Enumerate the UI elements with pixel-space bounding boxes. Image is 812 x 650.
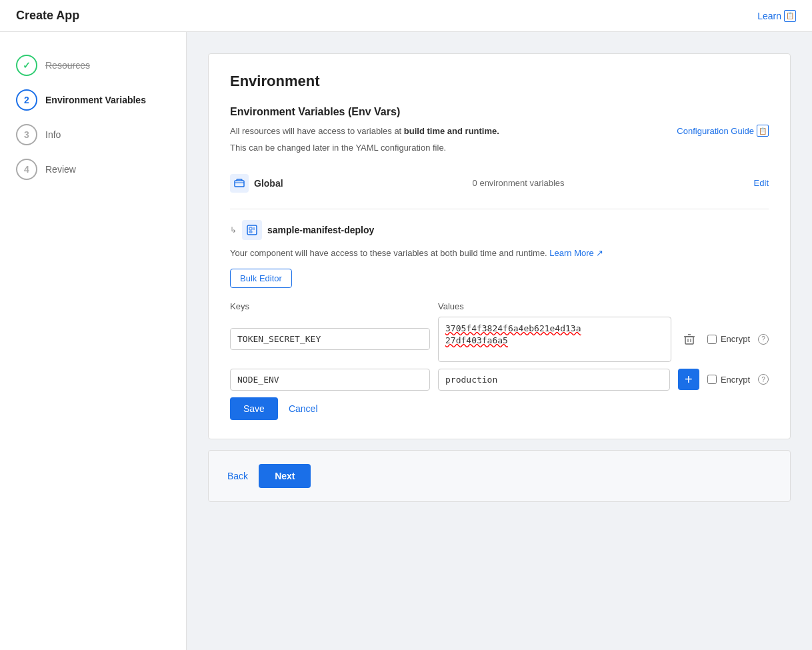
config-guide-label: Configuration Guide [677,126,754,136]
next-button[interactable]: Next [259,464,311,488]
sidebar: ✓ Resources 2 Environment Variables 3 In… [0,32,187,650]
value-input-2[interactable] [438,369,670,391]
config-guide-link[interactable]: Configuration Guide 📋 [677,125,769,137]
edit-link[interactable]: Edit [754,178,769,188]
arrow-icon: ↳ [230,225,237,235]
learn-more-link[interactable]: Learn More ↗ [549,248,603,258]
learn-label: Learn [757,11,781,21]
component-name: sample-manifest-deploy [267,225,374,235]
env-vars-count: 0 environment variables [473,178,565,188]
encrypt-checkbox-2[interactable] [707,375,717,384]
step-2-label: Environment Variables [45,95,146,105]
global-label: Global [230,174,283,193]
svg-rect-3 [249,227,252,230]
bulk-editor-button[interactable]: Bulk Editor [230,269,292,288]
app-header: Create App Learn 📋 [0,0,812,32]
step-1-circle: ✓ [16,55,37,76]
navigation-card: Back Next [208,450,791,502]
environment-card: Environment Environment Variables (Env V… [208,53,791,439]
section-divider [230,209,769,209]
description-line2: This can be changed later in the YAML co… [230,141,499,155]
svg-rect-4 [249,231,252,233]
step-4-label: Review [45,164,76,175]
learn-icon: 📋 [784,10,796,22]
add-row-button[interactable]: + [678,369,699,390]
help-icon-1[interactable]: ? [758,334,769,345]
global-icon [230,174,249,193]
encrypt-checkbox-1[interactable] [707,335,717,344]
app-title: Create App [16,9,79,23]
description-line1: All resources will have access to variab… [230,125,499,139]
learn-link[interactable]: Learn 📋 [757,10,796,22]
step-4[interactable]: 4 Review [0,152,186,187]
step-3-circle: 3 [16,124,37,145]
content-area: Environment Environment Variables (Env V… [187,32,812,650]
svg-rect-0 [235,181,244,187]
kv-row-2: + Encrypt ? [230,369,769,391]
component-icon [242,220,262,240]
step-3[interactable]: 3 Info [0,117,186,152]
config-guide-icon: 📋 [757,125,769,137]
page-title: Environment [230,73,769,90]
values-label: Values [438,301,769,311]
component-row: ↳ sample-manifest-deploy [230,220,769,240]
keys-label: Keys [230,301,430,311]
key-input-2[interactable] [230,369,430,391]
access-info: Your component will have access to these… [230,248,769,258]
section-title: Environment Variables (Env Vars) [230,106,769,118]
key-input-1[interactable] [230,328,430,350]
step-1[interactable]: ✓ Resources [0,48,186,83]
step-2-circle: 2 [16,89,37,111]
save-button[interactable]: Save [230,397,278,420]
env-vars-section: Environment Variables (Env Vars) All res… [230,106,769,420]
step-3-label: Info [45,129,61,140]
step-2[interactable]: 2 Environment Variables [0,83,186,117]
back-button[interactable]: Back [225,465,251,487]
encrypt-label-1: Encrypt [707,334,750,344]
value-input-1[interactable]: 3705f4f3824f6a4eb621e4d13a 27df403fa6a5 [438,317,671,362]
kv-header: Keys Values [230,301,769,311]
actions-row: Save Cancel [230,397,769,420]
global-text: Global [254,178,283,189]
main-layout: ✓ Resources 2 Environment Variables 3 In… [0,32,812,650]
svg-rect-7 [685,337,693,344]
kv-row-1: 3705f4f3824f6a4eb621e4d13a 27df403fa6a5 … [230,317,769,362]
global-row: Global 0 environment variables Edit [230,169,769,198]
cancel-button[interactable]: Cancel [286,397,321,420]
step-1-label: Resources [45,60,90,71]
delete-button-1[interactable] [679,331,699,348]
help-icon-2[interactable]: ? [758,374,769,385]
encrypt-label-2: Encrypt [707,375,750,385]
encrypt-text-2: Encrypt [721,375,750,385]
step-4-circle: 4 [16,159,37,180]
encrypt-text-1: Encrypt [721,334,750,344]
